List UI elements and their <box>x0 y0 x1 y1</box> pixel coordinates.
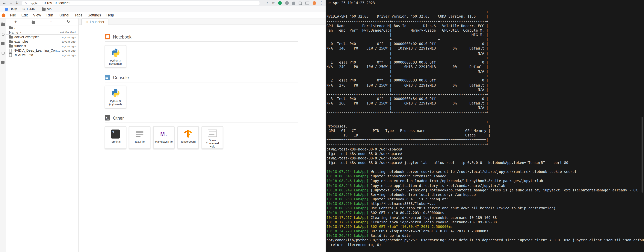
forward-icon[interactable]: → <box>9 1 13 5</box>
terminal-line: 10:18:07.954 LabApp] Writing notebook se… <box>326 170 644 174</box>
new-launcher-button[interactable]: + <box>14 20 17 24</box>
menu-view[interactable]: View <box>30 13 44 17</box>
file-row[interactable]: NVIDIA_Deep_Learning_Contain...a year ag… <box>6 48 78 53</box>
launcher-card[interactable]: M↓Markdown File <box>153 126 174 149</box>
terminal-line: N/A 34C P0 51W / 250W | 1019MiB / 22919M… <box>326 47 644 51</box>
section-title: Notebook <box>113 34 132 39</box>
more-menu-icon[interactable]: ⋮ <box>320 1 323 5</box>
launcher-section-console: ConsolePython 3 (ipykernel) <box>105 75 298 108</box>
terminal-line: ------------------------------+---------… <box>326 56 644 60</box>
column-last-modified[interactable]: Last Modified <box>58 31 76 33</box>
terminal-scrollbar[interactable] <box>642 117 643 193</box>
bookmark-label: Daily <box>9 7 17 11</box>
launcher-card[interactable]: Text File <box>129 126 150 149</box>
card-label: Tensorboard <box>180 140 196 143</box>
extensions-icon[interactable] <box>1 60 5 64</box>
bookmark-item[interactable]: ✉E-Mail <box>22 7 36 11</box>
side-panel-icon[interactable] <box>298 1 302 5</box>
bookmark-label: vip <box>47 7 51 11</box>
file-list: docker-examplesa year agoexamplesa year … <box>6 35 78 57</box>
card-row: Python 3 (ipykernel) <box>105 86 298 108</box>
file-browser-icon[interactable] <box>1 23 5 27</box>
file-icon <box>9 49 12 53</box>
launcher-card[interactable]: Python 3 (ipykernel) <box>105 45 126 68</box>
file-row[interactable]: docker-examplesa year ago <box>6 35 78 39</box>
puzzle-extensions-icon[interactable] <box>292 1 296 5</box>
address-bar[interactable]: ⚠ 不安全 | 10.189.109.88/lab? <box>22 1 260 5</box>
terminal-line: 10:18:08.950 LabApp] http://hostname:888… <box>326 202 644 206</box>
tab-bar: ⊞ Launcher <box>79 18 326 25</box>
back-icon[interactable]: ← <box>2 1 6 5</box>
file-modified: a year ago <box>62 49 76 52</box>
file-row[interactable]: README.mda year ago <box>6 53 78 57</box>
extension-icon[interactable] <box>285 1 289 5</box>
column-name[interactable]: Name <box>9 30 18 34</box>
terminal-line: 10:18:08.950 LabApp] Serving notebooks f… <box>326 193 644 197</box>
new-folder-button[interactable] <box>32 18 35 25</box>
home-folder-icon[interactable] <box>9 26 13 29</box>
file-row[interactable]: tutorialsa year ago <box>6 44 78 48</box>
terminal-line: ot@ai-test-k8s-node-88-0:/workspace# <box>326 151 644 156</box>
file-row[interactable]: examplesa year ago <box>6 39 78 44</box>
terminal-line: 10:18:08.946 LabApp] JupyterLab extensio… <box>326 179 644 183</box>
bookmarks-bar: Daily✉E-Mailvip <box>0 6 326 13</box>
jupyter-logo-icon <box>2 13 6 17</box>
markdown-icon: M↓ <box>160 131 168 137</box>
bookmark-item[interactable]: vip <box>42 7 52 11</box>
reload-icon[interactable]: ↻ <box>16 1 19 5</box>
file-name: docker-examples <box>14 35 60 39</box>
commands-icon[interactable] <box>1 41 5 45</box>
launcher-card[interactable]: Show Contextual Help <box>202 126 223 149</box>
menu-edit[interactable]: Edit <box>19 13 30 17</box>
mail-icon: ✉ <box>22 7 25 11</box>
terminal-line: ----------------------------------------… <box>326 10 644 14</box>
browser-toolbar: ← → ↻ ⚠ 不安全 | 10.189.109.88/lab? ↑ ☆ ⋮ <box>0 0 326 6</box>
terminal-line: ot@ai-test-k8s-node-88-0:/workspace# <box>326 156 644 161</box>
terminal-line: | | N/A | <box>326 51 644 56</box>
folder-icon <box>42 8 46 10</box>
menu-kernel[interactable]: Kernel <box>56 13 72 17</box>
terminal-line: 10:18:08.946 LabApp] JupyterLab applicat… <box>326 183 644 188</box>
terminal-line: | | N/A | <box>326 69 644 74</box>
contextual-help-icon <box>208 129 217 137</box>
console-icon <box>105 75 110 80</box>
section-title: Console <box>113 75 129 80</box>
terminal-line: 10:18:17.919 LabApp] 302 GET /lab? (10.8… <box>326 225 644 229</box>
running-kernels-icon[interactable] <box>2 32 4 36</box>
section-header: $_Other <box>105 115 298 123</box>
menu-help[interactable]: Help <box>104 13 117 17</box>
open-tabs-icon[interactable] <box>2 51 4 55</box>
file-icon <box>9 53 12 57</box>
profile-avatar[interactable] <box>313 1 316 5</box>
terminal-line: ------------------------------+---------… <box>326 74 644 78</box>
terminal-window[interactable]: ue Apr 25 10:14:23 2023-----------------… <box>326 0 644 252</box>
notebook-icon <box>105 34 110 39</box>
menu-file[interactable]: File <box>7 13 18 17</box>
terminal-line: ------------------------------+---------… <box>326 92 644 97</box>
extension-badge-icon[interactable] <box>278 1 282 5</box>
monitor-icon[interactable] <box>305 2 309 4</box>
terminal-line: ==============================+=========… <box>326 37 644 42</box>
refresh-button[interactable]: ↻ <box>67 20 70 24</box>
terminal-line: 10:18:24.229 LabApp] 302 POST /login?nex… <box>326 229 644 234</box>
launcher-section-notebook: NotebookPython 3 (ipykernel) <box>105 34 298 68</box>
menu-run[interactable]: Run <box>44 13 56 17</box>
terminal-line: 10:18:17.917 LabApp] Clearing invalid/ex… <box>326 215 644 220</box>
terminal-line: ot@ai-test-k8s-node-88-0:/workspace# <box>326 147 644 151</box>
terminal-line: ----------------------------------------… <box>326 142 644 147</box>
section-header: Notebook <box>105 34 298 42</box>
launcher-card[interactable]: Python 3 (ipykernel) <box>105 86 126 108</box>
card-row: $_TerminalText FileM↓Markdown FileTensor… <box>105 126 298 149</box>
menu-settings[interactable]: Settings <box>85 13 104 17</box>
upload-button[interactable]: ↑ <box>50 20 52 24</box>
screen: ← → ↻ ⚠ 不安全 | 10.189.109.88/lab? ↑ ☆ ⋮ D… <box>0 0 644 252</box>
launcher-card[interactable]: Tensorboard <box>178 126 199 149</box>
jupyterlab: FileEditViewRunKernelTabsSettingsHelp + … <box>0 12 326 252</box>
share-icon[interactable]: ↑ <box>266 1 268 5</box>
tab-launcher[interactable]: ⊞ Launcher <box>81 18 108 25</box>
menu-items: FileEditViewRunKernelTabsSettingsHelp <box>7 13 116 17</box>
launcher-card[interactable]: $_Terminal <box>105 126 126 149</box>
menu-tabs[interactable]: Tabs <box>72 13 85 17</box>
bookmark-star-icon[interactable]: ☆ <box>272 1 275 5</box>
bookmark-item[interactable]: Daily <box>5 7 17 11</box>
